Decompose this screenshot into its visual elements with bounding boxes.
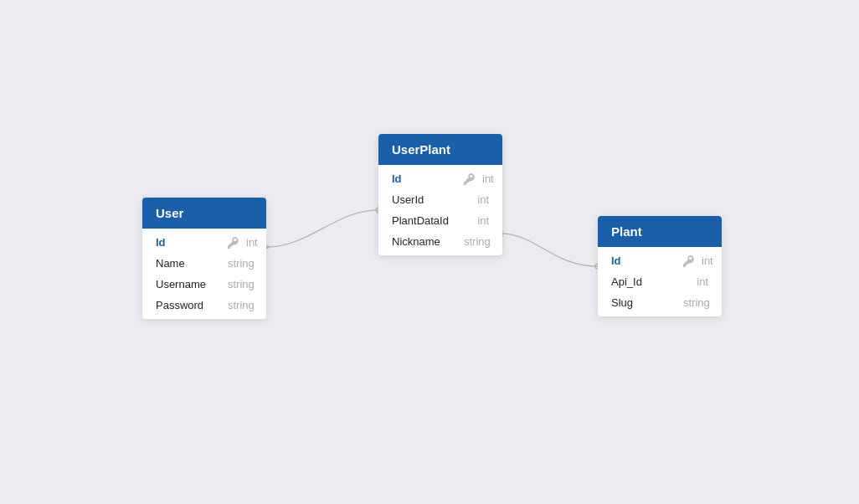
field-type: int (477, 214, 489, 227)
field-name: Name (156, 257, 223, 270)
table-row: Api_Id int (598, 271, 722, 292)
field-name: Api_Id (611, 275, 678, 288)
plant-table-header: Plant (598, 216, 722, 247)
field-name: PlantDataId (392, 214, 459, 227)
user-table-title: User (156, 206, 183, 220)
user-table-header: User (142, 198, 266, 229)
field-type: string (464, 235, 491, 248)
user-table[interactable]: User Id int Name string Username string … (142, 198, 266, 319)
table-row: Password string (142, 295, 266, 316)
table-row: Id int (378, 168, 502, 189)
userplant-table-body: Id int UserId int PlantDataId int Nickna… (378, 165, 502, 255)
field-type: string (228, 278, 255, 291)
field-type: int (482, 172, 494, 185)
field-type: int (477, 193, 489, 206)
field-type: string (228, 299, 255, 311)
field-type: int (697, 275, 708, 288)
field-type: string (683, 296, 710, 309)
field-name: Id (156, 236, 223, 249)
table-row: Name string (142, 253, 266, 274)
plant-table-title: Plant (611, 224, 642, 239)
table-row: UserId int (378, 189, 502, 210)
field-name: Username (156, 278, 223, 291)
plant-table-body: Id int Api_Id int Slug string (598, 247, 722, 316)
field-type: int (702, 255, 713, 267)
field-name: UserId (392, 193, 459, 206)
table-row: Id int (598, 250, 722, 271)
plant-table[interactable]: Plant Id int Api_Id int Slug string (598, 216, 722, 316)
userplant-table[interactable]: UserPlant Id int UserId int PlantDataId … (378, 134, 502, 255)
table-row: Slug string (598, 292, 722, 313)
table-row: Id int (142, 232, 266, 253)
table-row: Nickname string (378, 231, 502, 252)
field-name: Password (156, 299, 223, 311)
userplant-table-title: UserPlant (392, 142, 450, 157)
field-name: Nickname (392, 235, 459, 248)
field-name: Slug (611, 296, 678, 309)
canvas: User Id int Name string Username string … (0, 0, 859, 504)
key-icon (464, 173, 476, 185)
userplant-table-header: UserPlant (378, 134, 502, 165)
key-icon (228, 237, 239, 249)
field-name: Id (392, 172, 459, 185)
user-table-body: Id int Name string Username string Passw… (142, 229, 266, 319)
field-type: string (228, 257, 255, 270)
field-name: Id (611, 255, 678, 267)
table-row: PlantDataId int (378, 210, 502, 231)
table-row: Username string (142, 274, 266, 295)
field-type: int (246, 236, 258, 249)
key-icon (683, 255, 695, 267)
